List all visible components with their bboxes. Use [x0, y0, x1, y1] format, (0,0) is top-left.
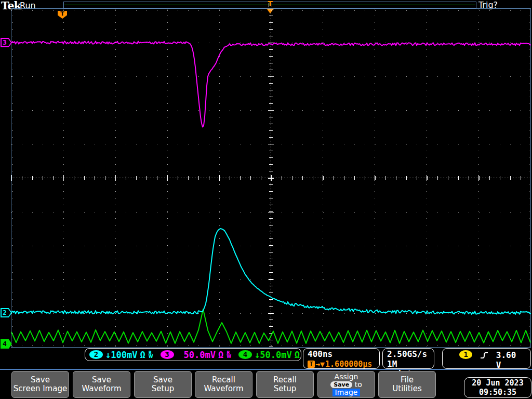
date: 20 Jun 2023	[464, 378, 531, 388]
save-pill: Save	[330, 381, 352, 388]
rising-edge-slope-icon	[480, 351, 489, 360]
graticule-frame	[11, 8, 531, 348]
channel-readout-box[interactable]: 2 ↓100mV ΩBW 3 50.0mVΩBW 4 ↓50.0mVΩBW	[85, 348, 301, 361]
ch3-coupling: Ω	[218, 350, 223, 360]
ch3-readout[interactable]: 3 50.0mVΩBW	[161, 350, 232, 360]
ch2-readout[interactable]: 2 ↓100mV ΩBW	[89, 350, 153, 360]
sample-rate: 2.50GS/s	[387, 349, 430, 359]
assign-save-to-image-button[interactable]: Assign Save to Image	[317, 371, 375, 398]
ch2-bandwidth-icon: BW	[149, 351, 153, 358]
timebase-scale: 400ns	[308, 349, 375, 359]
trigger-source-badge[interactable]: 1	[459, 350, 472, 359]
channel-4-marker[interactable]: 4	[1, 339, 12, 349]
recall-setup-button[interactable]: RecallSetup	[256, 371, 314, 398]
ch2-coupling: Ω	[140, 350, 145, 360]
ch3-badge[interactable]: 3	[161, 350, 174, 359]
trigger-readout-box[interactable]: 1 3.60 V	[442, 348, 531, 369]
assign-target-highlight: Image	[332, 389, 361, 396]
ch2-badge[interactable]: 2	[89, 350, 103, 359]
save-setup-button[interactable]: SaveSetup	[134, 371, 192, 398]
ch4-readout[interactable]: 4 ↓50.0mVΩBW	[238, 350, 308, 360]
datetime-display: 20 Jun 2023 09:50:35	[464, 377, 531, 398]
recall-waveform-button[interactable]: RecallWaveform	[195, 371, 252, 398]
graticule-grid	[11, 9, 530, 347]
trigger-level: 3.60 V	[496, 350, 525, 370]
time: 09:50:35	[464, 388, 531, 397]
ch3-bandwidth-icon: BW	[227, 351, 231, 358]
ch4-badge[interactable]: 4	[238, 350, 252, 359]
save-waveform-button[interactable]: SaveWaveform	[73, 371, 130, 398]
acquisition-readout-box[interactable]: 2.50GS/s 1M points	[382, 348, 434, 369]
record-trigger-marker[interactable]: T	[265, 0, 275, 8]
channel-2-marker[interactable]: 2	[1, 308, 12, 317]
trigger-t-icon: T	[308, 361, 315, 368]
file-utilities-button[interactable]: FileUtilities	[378, 371, 436, 398]
ch4-coupling: Ω	[295, 350, 300, 360]
horizontal-readout-box[interactable]: 400ns T→▼1.600000µs	[303, 348, 380, 369]
channel-3-marker[interactable]: 3	[1, 38, 12, 47]
separator-line	[0, 369, 532, 370]
save-screen-image-button[interactable]: SaveScreen Image	[11, 371, 69, 398]
horizontal-delay-readout: T→▼1.600000µs	[308, 360, 375, 369]
